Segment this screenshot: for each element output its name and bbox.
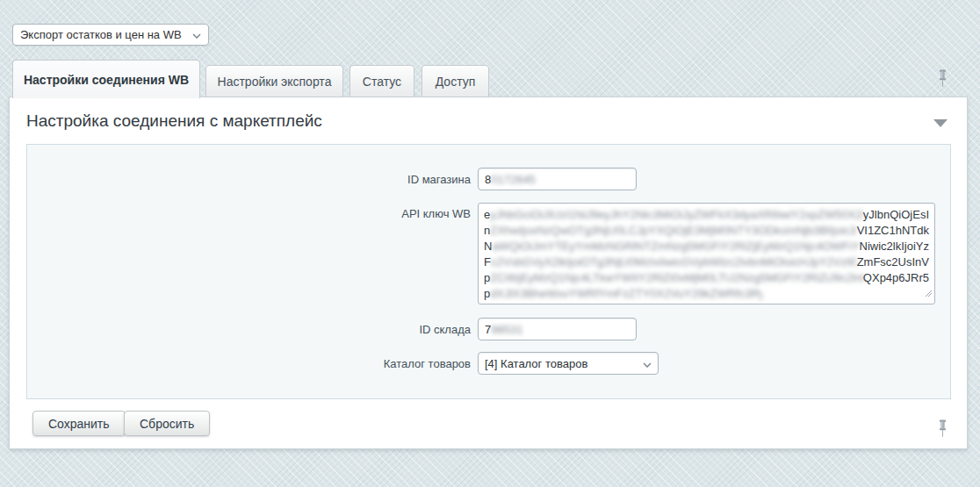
warehouse-id-redacted: 98531 [491,323,522,336]
pushpin-icon[interactable] [937,419,948,441]
api-key-line: e yJhbGciOiJIUzI1NiJ9eyJhY2Nlc3MiOiJyZWF… [484,207,929,223]
api-key-label: API ключ WB [304,207,471,220]
reset-button[interactable]: Сбросить [124,411,210,436]
shop-id-label: ID магазина [304,173,471,186]
api-key-line: p ZCI6IjEyMzQ1Njc4LTkwYWItY2RlZi0xMjM0LT… [484,270,929,286]
shop-id-redacted: 0172645 [491,173,536,186]
warehouse-id-input[interactable]: 7 98531 [478,318,637,340]
chevron-down-icon [643,357,652,370]
section-title: Настройка соединения с маркетплейс [26,111,322,131]
collapse-arrow-icon[interactable] [933,119,948,127]
api-key-line: N aWQiOiJmYTEyYmMzNGRlNTZmNzg5MGFiY2RlZj… [484,239,929,254]
catalog-select[interactable]: [4] Каталог товаров [478,352,659,375]
shop-id-input[interactable]: 8 0172645 [478,168,637,190]
export-preset-select[interactable]: Экспорт остатков и цен на WB [12,24,209,46]
api-key-line: F c2VsbGVyX2lkIjoiOTg3NjU0MzIxIiwicGVybW… [484,254,929,270]
redacted-segment: ZXhwIjoxNzQwOTg3NjU0LCJpYXQiOjE3MjM0NTY3… [490,223,856,239]
warehouse-id-label: ID склада [304,323,471,336]
redacted-segment: aWQiOiJmYTEyYmMzNGRlNTZmNzg5MGFiY2RlZjEy… [492,239,859,254]
redacted-segment: c2VsbGVyX2lkIjoiOTg3NjU0MzIxIiwicGVybWlz… [491,254,857,270]
page: Экспорт остатков и цен на WB Настройки с… [0,0,980,487]
api-key-textarea[interactable]: e yJhbGciOiJIUzI1NiJ9eyJhY2Nlc3MiOiJyZWF… [478,203,935,304]
textarea-resize-handle[interactable] [925,286,933,302]
catalog-label: Каталог товаров [304,357,471,370]
tab-access[interactable]: Доступ [422,65,489,97]
chevron-down-icon [192,28,201,41]
tab-label: Доступ [436,75,476,89]
redacted-segment: ZCI6IjEyMzQ1Njc4LTkwYWItY2RlZi0xMjM0LTU2… [490,270,863,286]
tab-status[interactable]: Статус [349,65,414,97]
tab-label: Настройки экспорта [218,75,332,89]
pushpin-icon[interactable] [937,69,948,91]
export-preset-value: Экспорт остатков и цен на WB [20,28,187,41]
shop-id-visible: 8 [485,173,491,186]
redacted-segment: yJhbGciOiJIUzI1NiJ9eyJhY2Nlc3MiOiJyZWFkX… [490,207,863,223]
catalog-selected-value: [4] Каталог товаров [485,357,638,370]
tab-label: Статус [363,75,401,89]
api-key-line: p dXJlX3BheWxvYWRfYmFzZTY0X2VuY29kZWRfc3… [484,286,929,302]
tab-label: Настройки соединения WB [24,73,189,87]
api-key-line: n ZXhwIjoxNzQwOTg3NjU0LCJpYXQiOjE3MjM0NT… [484,223,929,239]
tab-connection-settings[interactable]: Настройки соединения WB [12,60,200,98]
warehouse-id-visible: 7 [485,323,491,336]
redacted-segment: dXJlX3BheWxvYWRfYmFzZTY0X2VuY29kZWRfc3Ry… [490,286,762,302]
tab-export-settings[interactable]: Настройки экспорта [205,65,343,97]
save-button[interactable]: Сохранить [32,411,126,436]
